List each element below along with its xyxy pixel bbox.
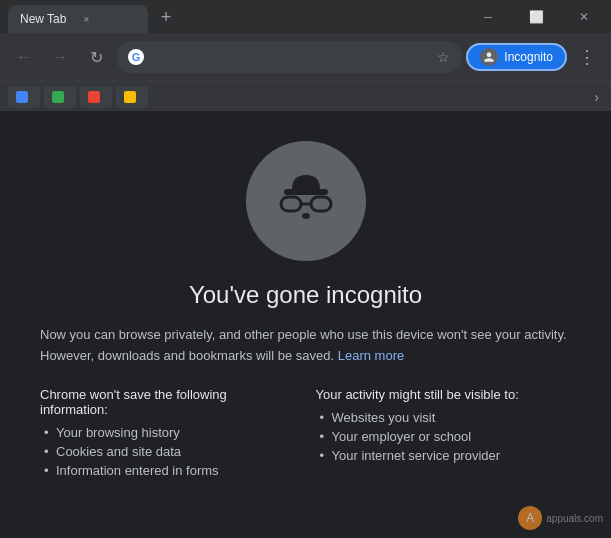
forward-button[interactable]: →: [44, 41, 76, 73]
bookmark-item[interactable]: ​: [44, 86, 76, 108]
window-controls: ─ ⬜ ✕: [461, 0, 611, 33]
bookmark-star-icon[interactable]: ☆: [437, 49, 450, 65]
list-item: Information entered in forms: [40, 463, 296, 478]
tab-area: New Tab × +: [0, 0, 461, 33]
bookmarks-overflow-button[interactable]: ›: [590, 89, 603, 105]
active-tab[interactable]: New Tab ×: [8, 5, 148, 33]
incognito-button[interactable]: Incognito: [466, 43, 567, 71]
bookmark-item[interactable]: ​: [8, 86, 40, 108]
two-column-section: Chrome won't save the following informat…: [40, 387, 571, 482]
watermark: A appuals.com: [518, 506, 603, 530]
right-column: Your activity might still be visible to:…: [316, 387, 572, 482]
learn-more-link[interactable]: Learn more: [338, 348, 404, 363]
list-item: Your browsing history: [40, 425, 296, 440]
reload-button[interactable]: ↻: [80, 41, 112, 73]
new-tab-button[interactable]: +: [152, 3, 180, 31]
page-headline: You've gone incognito: [189, 281, 422, 309]
back-button[interactable]: ←: [8, 41, 40, 73]
svg-rect-2: [311, 197, 331, 211]
watermark-icon: A: [518, 506, 542, 530]
forward-icon: →: [52, 48, 68, 66]
list-item: Your employer or school: [316, 429, 572, 444]
tab-title: New Tab: [20, 12, 66, 26]
tab-close-button[interactable]: ×: [78, 11, 94, 27]
list-item: Your internet service provider: [316, 448, 572, 463]
back-icon: ←: [16, 48, 32, 66]
bookmark-icon: [124, 91, 136, 103]
toolbar: ← → ↻ G ☆ Incognito ⋮: [0, 33, 611, 81]
left-col-title: Chrome won't save the following informat…: [40, 387, 296, 417]
address-bar[interactable]: G ☆: [116, 41, 462, 73]
main-content: You've gone incognito Now you can browse…: [0, 111, 611, 538]
right-items-list: Websites you visit Your employer or scho…: [316, 410, 572, 463]
incognito-label: Incognito: [504, 50, 553, 64]
description-text: Now you can browse privately, and other …: [40, 327, 567, 363]
restore-button[interactable]: ⬜: [513, 0, 559, 33]
bookmark-icon: [52, 91, 64, 103]
incognito-avatar-icon: [480, 48, 498, 66]
menu-dots-icon: ⋮: [578, 46, 596, 68]
bookmark-item[interactable]: ​: [116, 86, 148, 108]
incognito-figure-icon: [266, 161, 346, 241]
close-button[interactable]: ✕: [561, 0, 607, 33]
title-bar: New Tab × + ─ ⬜ ✕: [0, 0, 611, 33]
svg-rect-0: [284, 189, 328, 195]
list-item: Cookies and site data: [40, 444, 296, 459]
incognito-avatar: [246, 141, 366, 261]
reload-icon: ↻: [90, 48, 103, 67]
list-item: Websites you visit: [316, 410, 572, 425]
chrome-menu-button[interactable]: ⋮: [571, 41, 603, 73]
google-logo: G: [128, 49, 144, 65]
bookmark-icon: [88, 91, 100, 103]
bookmarks-bar: ​ ​ ​ ​ ›: [0, 81, 611, 111]
minimize-button[interactable]: ─: [465, 0, 511, 33]
bookmark-icon: [16, 91, 28, 103]
svg-point-4: [302, 213, 310, 219]
bookmark-item[interactable]: ​: [80, 86, 112, 108]
svg-rect-1: [281, 197, 301, 211]
left-column: Chrome won't save the following informat…: [40, 387, 296, 482]
left-items-list: Your browsing history Cookies and site d…: [40, 425, 296, 478]
page-description: Now you can browse privately, and other …: [40, 325, 571, 367]
right-col-title: Your activity might still be visible to:: [316, 387, 572, 402]
watermark-text: appuals.com: [546, 513, 603, 524]
